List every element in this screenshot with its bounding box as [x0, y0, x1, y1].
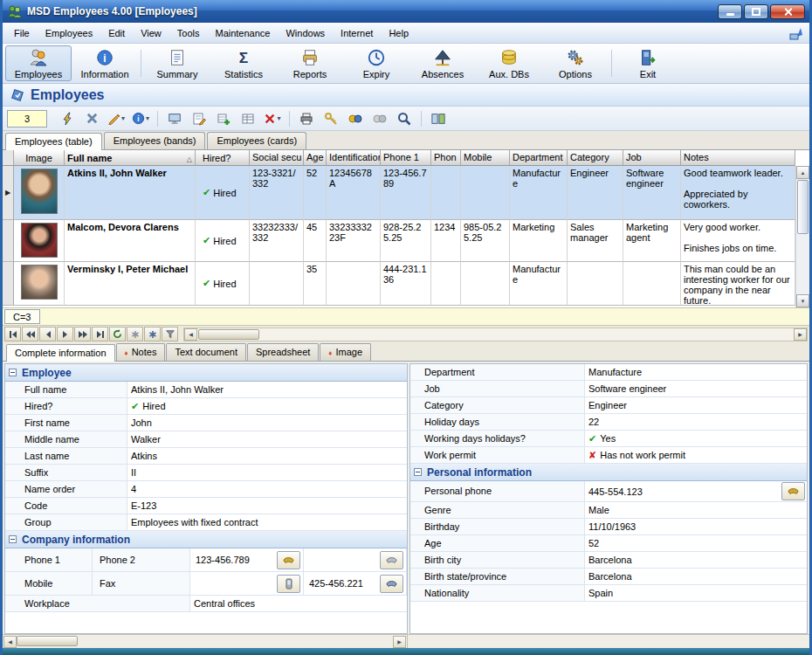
scrollbar-thumb[interactable]	[17, 636, 78, 646]
scroll-up-icon[interactable]	[796, 166, 809, 179]
link-gray-icon[interactable]	[368, 108, 391, 129]
next-page-button[interactable]	[74, 327, 91, 341]
clear-filter-icon[interactable]	[261, 108, 284, 129]
refresh-records-button[interactable]	[109, 327, 126, 341]
column-header-identification[interactable]: Identification	[327, 150, 381, 166]
scrollbar[interactable]	[3, 635, 408, 648]
dial-mobile-button[interactable]	[277, 575, 300, 593]
close-button[interactable]	[770, 4, 805, 19]
scrollbar-track[interactable]	[796, 179, 809, 294]
dial-personal-phone-button[interactable]	[781, 482, 805, 500]
scrollbar-thumb[interactable]	[198, 329, 259, 340]
search-icon[interactable]	[393, 108, 416, 129]
grid-horizontal-scrollbar[interactable]	[183, 328, 808, 341]
edit-record-icon[interactable]	[105, 108, 127, 129]
scroll-left-icon[interactable]	[184, 328, 197, 341]
menu-help[interactable]: Help	[381, 24, 416, 42]
tab-spreadsheet[interactable]: Spreadsheet	[247, 343, 319, 361]
grid-view-icon[interactable]	[237, 108, 259, 129]
dial-fax-button[interactable]	[380, 575, 403, 593]
print-icon[interactable]	[295, 108, 318, 129]
table-row[interactable]: Malcom, Devora Clarens Hired 33232333/33…	[3, 220, 795, 262]
toolbar-button-absences[interactable]: Absences	[409, 45, 476, 81]
column-header-image[interactable]: Image	[14, 150, 65, 166]
link-color-icon[interactable]	[344, 108, 367, 129]
monitor-icon[interactable]	[163, 108, 186, 129]
collapse-icon[interactable]	[414, 468, 422, 476]
vertical-scrollbar[interactable]	[795, 166, 809, 307]
scroll-right-icon[interactable]	[393, 636, 406, 648]
exit-icon	[638, 47, 657, 68]
tab-notes[interactable]: Notes	[116, 343, 166, 361]
child-window-icon[interactable]	[788, 26, 804, 40]
column-header-category[interactable]: Category	[568, 150, 623, 166]
scroll-left-icon[interactable]	[3, 636, 17, 648]
insert-record-icon[interactable]	[212, 108, 235, 129]
last-record-button[interactable]	[92, 327, 108, 341]
panels-icon[interactable]	[427, 108, 450, 129]
column-header-hired[interactable]: Hired?	[196, 150, 250, 166]
record-info-icon[interactable]: i	[129, 108, 152, 129]
dial-phone2-button[interactable]	[380, 551, 403, 569]
bookmark-set-button[interactable]	[127, 327, 143, 341]
cell-age: 45	[304, 220, 327, 262]
cell-category: Engineer	[568, 166, 623, 220]
bookmark-goto-button[interactable]	[144, 327, 161, 341]
next-record-button[interactable]	[57, 327, 73, 341]
cell-hired: Hired	[196, 262, 250, 306]
column-header-full-name[interactable]: Full name	[65, 150, 196, 166]
toolbar-button-summary[interactable]: Summary	[144, 45, 210, 81]
employee-photo	[21, 223, 58, 258]
column-header-notes[interactable]: Notes	[681, 150, 795, 166]
tab-text-document[interactable]: Text document	[166, 343, 246, 361]
scroll-down-icon[interactable]	[796, 294, 809, 307]
column-header-age[interactable]: Age	[304, 150, 327, 166]
scroll-right-icon[interactable]	[794, 328, 807, 341]
keys-icon[interactable]	[320, 108, 342, 129]
collapse-icon[interactable]	[9, 369, 17, 376]
toolbar-button-exit[interactable]: Exit	[615, 45, 681, 81]
prior-page-button[interactable]	[22, 327, 38, 341]
toolbar-button-expiry[interactable]: Expiry	[343, 45, 409, 81]
table-row[interactable]: Atkins II, John Walker Hired 123-3321/33…	[3, 166, 795, 220]
menu-internet[interactable]: Internet	[333, 24, 381, 42]
column-header-phone[interactable]: Phon	[431, 150, 461, 166]
scrollbar-thumb[interactable]	[797, 180, 809, 234]
toolbar-button-reports[interactable]: Reports	[277, 45, 343, 81]
menu-view[interactable]: View	[133, 24, 169, 42]
column-header-mobile[interactable]: Mobile	[461, 150, 510, 166]
tab-image[interactable]: Image	[320, 343, 371, 361]
column-header-social-security[interactable]: Social secu	[250, 150, 304, 166]
column-header-department[interactable]: Department	[510, 150, 568, 166]
menu-file[interactable]: File	[6, 24, 38, 42]
tab-employees-cards[interactable]: Employees (cards)	[207, 132, 306, 149]
prior-record-button[interactable]	[39, 327, 56, 341]
delete-record-icon[interactable]	[80, 108, 103, 129]
dial-phone1-button[interactable]	[277, 551, 300, 569]
tab-employees-bands[interactable]: Employees (bands)	[104, 132, 206, 149]
menu-maintenance[interactable]: Maintenance	[207, 24, 278, 42]
grid-header: Image Full name Hired? Social secu Age I…	[3, 150, 795, 166]
minimize-button[interactable]	[718, 4, 742, 19]
refresh-data-icon[interactable]	[56, 108, 79, 129]
menu-windows[interactable]: Windows	[278, 24, 333, 42]
edit-form-icon[interactable]	[188, 108, 210, 129]
table-row[interactable]: Verminsky I, Peter Michael Hired 35 444-…	[3, 262, 795, 306]
toolbar-button-aux-dbs[interactable]: Aux. DBs	[476, 45, 542, 81]
menu-edit[interactable]: Edit	[100, 24, 133, 42]
column-header-job[interactable]: Job	[623, 150, 681, 166]
toolbar-button-options[interactable]: Options	[542, 45, 609, 81]
menu-tools[interactable]: Tools	[169, 24, 208, 42]
first-record-button[interactable]	[4, 327, 21, 341]
maximize-button[interactable]	[744, 4, 768, 19]
filter-records-button[interactable]	[162, 327, 178, 341]
toolbar-button-employees[interactable]: Employees	[5, 45, 72, 81]
toolbar-button-statistics[interactable]: Σ Statistics	[210, 45, 277, 81]
tab-complete-information[interactable]: Complete information	[6, 344, 115, 362]
column-header-phone1[interactable]: Phone 1	[381, 150, 431, 166]
menu-employees[interactable]: Employees	[38, 24, 100, 42]
record-count-box[interactable]: 3	[7, 110, 47, 128]
toolbar-button-information[interactable]: i Information	[72, 45, 138, 81]
collapse-icon[interactable]	[9, 535, 17, 543]
tab-employees-table[interactable]: Employees (table)	[5, 133, 102, 150]
